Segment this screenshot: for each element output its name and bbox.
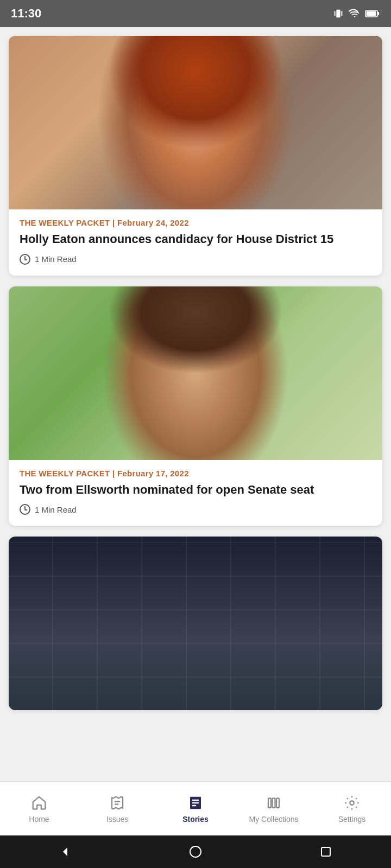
article-source-1: THE WEEKLY PACKET | February 24, 2022 — [20, 218, 371, 227]
system-navigation — [0, 835, 391, 868]
status-icons — [332, 8, 380, 20]
svg-rect-14 — [273, 798, 275, 808]
svg-rect-10 — [192, 799, 199, 801]
svg-marker-17 — [63, 847, 67, 856]
svg-rect-11 — [192, 802, 199, 803]
home-button[interactable] — [189, 845, 202, 858]
nav-item-home[interactable]: Home — [0, 782, 78, 835]
read-time-1: 1 Min Read — [35, 254, 77, 264]
status-time: 11:30 — [11, 7, 41, 21]
article-card-3[interactable] — [9, 537, 382, 710]
nav-item-issues[interactable]: Issues — [78, 782, 156, 835]
svg-rect-12 — [192, 805, 197, 806]
article-source-2: THE WEEKLY PACKET | February 17, 2022 — [20, 469, 371, 478]
svg-rect-6 — [377, 12, 379, 15]
article-body-2: THE WEEKLY PACKET | February 17, 2022 Tw… — [9, 460, 382, 526]
clock-icon-2 — [20, 504, 30, 515]
nav-item-stories[interactable]: Stories — [156, 782, 235, 835]
svg-rect-5 — [367, 11, 376, 16]
nav-label-stories: Stories — [182, 815, 208, 824]
nav-label-collections: My Collections — [249, 815, 298, 824]
nav-label-issues: Issues — [106, 815, 128, 824]
article-meta-1: 1 Min Read — [20, 254, 371, 265]
article-title-2: Two from Ellsworth nominated for open Se… — [20, 482, 371, 498]
vibrate-icon — [332, 8, 344, 20]
bottom-navigation: Home Issues Stories — [0, 781, 391, 835]
svg-rect-1 — [335, 11, 336, 16]
svg-rect-15 — [276, 798, 279, 808]
issues-icon — [109, 794, 126, 812]
battery-icon — [365, 9, 380, 18]
svg-rect-13 — [268, 798, 271, 808]
clock-icon-1 — [20, 254, 30, 265]
status-bar: 11:30 — [0, 0, 391, 27]
settings-icon — [343, 794, 361, 812]
nav-item-my-collections[interactable]: My Collections — [235, 782, 313, 835]
home-icon — [30, 794, 48, 812]
svg-point-18 — [190, 846, 201, 857]
article-image-3 — [9, 537, 382, 710]
article-title-1: Holly Eaton announces candidacy for Hous… — [20, 232, 371, 247]
article-card-1[interactable]: THE WEEKLY PACKET | February 24, 2022 Ho… — [9, 36, 382, 276]
read-time-2: 1 Min Read — [35, 505, 77, 514]
svg-point-16 — [350, 801, 354, 805]
svg-rect-19 — [321, 847, 330, 856]
nav-item-settings[interactable]: Settings — [313, 782, 391, 835]
article-meta-2: 1 Min Read — [20, 504, 371, 515]
back-button[interactable] — [59, 845, 72, 858]
svg-rect-0 — [336, 10, 340, 18]
article-image-2 — [9, 286, 382, 460]
article-card-2[interactable]: THE WEEKLY PACKET | February 17, 2022 Tw… — [9, 286, 382, 526]
stories-icon — [187, 794, 204, 812]
svg-rect-2 — [342, 11, 343, 16]
nav-label-settings: Settings — [338, 815, 366, 824]
article-image-1 — [9, 36, 382, 209]
wifi-icon — [349, 8, 361, 20]
collections-icon — [265, 794, 282, 812]
nav-label-home: Home — [29, 815, 49, 824]
article-body-1: THE WEEKLY PACKET | February 24, 2022 Ho… — [9, 209, 382, 276]
article-list: THE WEEKLY PACKET | February 24, 2022 Ho… — [0, 27, 391, 781]
recents-button[interactable] — [319, 845, 332, 858]
svg-point-3 — [354, 16, 356, 17]
